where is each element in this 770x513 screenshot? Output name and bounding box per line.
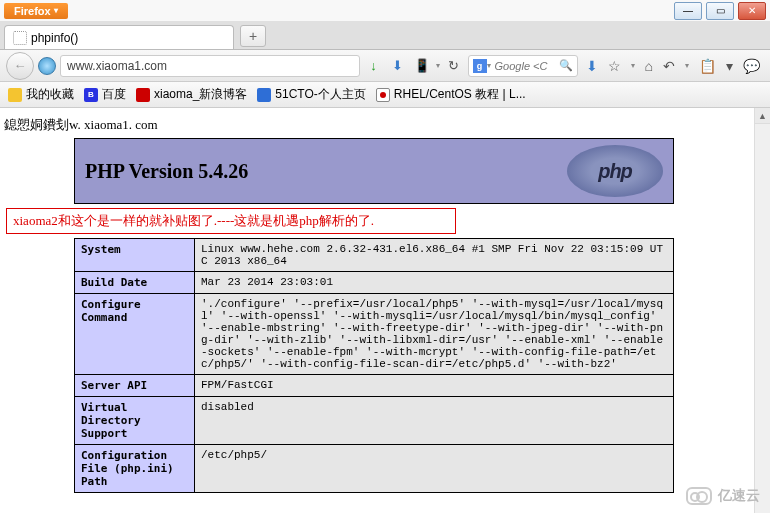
tab-bar: phpinfo() + [0, 22, 770, 50]
clipboard-button[interactable]: 📋 [699, 58, 716, 74]
page-content: 鎴愬姛鐨刬w. xiaoma1. com PHP Version 5.4.26 … [0, 108, 770, 513]
minimize-icon: — [683, 5, 693, 16]
cell-key: System [75, 239, 195, 272]
google-icon: g [473, 59, 487, 73]
php-version-title: PHP Version 5.4.26 [85, 160, 248, 183]
bookmark-label: xiaoma_新浪博客 [154, 86, 247, 103]
bookmark-baidu[interactable]: B百度 [84, 86, 126, 103]
php-version-header: PHP Version 5.4.26 php [74, 138, 674, 204]
url-input[interactable] [60, 55, 360, 77]
cell-value: Linux www.hehe.com 2.6.32-431.el6.x86_64… [195, 239, 674, 272]
search-icon[interactable]: 🔍 [559, 59, 573, 72]
new-tab-button[interactable]: + [240, 25, 266, 47]
bookmark-label: 我的收藏 [26, 86, 74, 103]
bookmark-rhel[interactable]: RHEL/CentOS 教程 | L... [376, 86, 526, 103]
php-logo-text: php [598, 160, 632, 183]
back-arrow-icon: ← [14, 58, 27, 73]
maximize-button[interactable]: ▭ [706, 2, 734, 20]
table-row: Server APIFPM/FastCGI [75, 375, 674, 397]
close-button[interactable]: ✕ [738, 2, 766, 20]
cell-value: /etc/php5/ [195, 445, 674, 493]
device-icon[interactable]: 📱 [412, 56, 432, 76]
home-button[interactable]: ⌂ [645, 58, 653, 74]
bookmark-label: 百度 [102, 86, 126, 103]
cell-value: './configure' '--prefix=/usr/local/php5'… [195, 294, 674, 375]
table-row: Build DateMar 23 2014 23:03:01 [75, 272, 674, 294]
firefox-menu-button[interactable]: Firefox ▾ [4, 3, 68, 19]
bookmark-label: 51CTO-个人主页 [275, 86, 365, 103]
bookmark-sina[interactable]: xiaoma_新浪博客 [136, 86, 247, 103]
folder-icon [8, 88, 22, 102]
watermark: 亿速云 [686, 487, 760, 505]
cell-value: FPM/FastCGI [195, 375, 674, 397]
rhel-icon [376, 88, 390, 102]
page-icon [13, 31, 27, 45]
security-icon[interactable]: ⬇ [388, 56, 408, 76]
cell-key: Configuration File (php.ini) Path [75, 445, 195, 493]
downloads-button[interactable]: ⬇ [586, 58, 598, 74]
tab-phpinfo[interactable]: phpinfo() [4, 25, 234, 49]
chat-button[interactable]: 💬 [743, 58, 760, 74]
bookmark-star-button[interactable]: ☆ [608, 58, 621, 74]
table-row: Configuration File (php.ini) Path/etc/ph… [75, 445, 674, 493]
chevron-down-icon[interactable]: ▾ [631, 61, 635, 70]
table-row: Virtual Directory Supportdisabled [75, 397, 674, 445]
bookmark-label: RHEL/CentOS 教程 | L... [394, 86, 526, 103]
close-icon: ✕ [748, 5, 756, 16]
bookmarks-bar: 我的收藏 B百度 xiaoma_新浪博客 51CTO-个人主页 RHEL/Cen… [0, 82, 770, 108]
scroll-up-arrow-icon[interactable]: ▲ [755, 108, 770, 124]
globe-icon [38, 57, 56, 75]
window-controls: — ▭ ✕ [674, 2, 770, 20]
back-button[interactable]: ← [6, 52, 34, 80]
chevron-down-icon[interactable]: ▾ [436, 61, 440, 70]
chevron-down-icon[interactable]: ▾ [685, 61, 689, 70]
search-field[interactable]: g ▾ 🔍 [468, 55, 578, 77]
maximize-icon: ▭ [716, 5, 725, 16]
watermark-text: 亿速云 [718, 487, 760, 505]
cell-key: Build Date [75, 272, 195, 294]
cell-key: Virtual Directory Support [75, 397, 195, 445]
table-row: Configure Command'./configure' '--prefix… [75, 294, 674, 375]
watermark-logo-icon [686, 487, 712, 505]
garbled-header-text: 鎴愬姛鐨刬w. xiaoma1. com [0, 108, 770, 138]
menu-caret-icon[interactable]: ▾ [726, 58, 733, 74]
annotation-box: xiaoma2和这个是一样的就补贴图了.----这就是机遇php解析的了. [6, 208, 456, 234]
plus-icon: + [249, 28, 257, 44]
bookmark-51cto[interactable]: 51CTO-个人主页 [257, 86, 365, 103]
phpinfo-table: SystemLinux www.hehe.com 2.6.32-431.el6.… [74, 238, 674, 493]
baidu-icon: B [84, 88, 98, 102]
cell-key: Configure Command [75, 294, 195, 375]
search-input[interactable] [491, 60, 559, 72]
cell-value: Mar 23 2014 23:03:01 [195, 272, 674, 294]
cell-key: Server API [75, 375, 195, 397]
tab-title: phpinfo() [31, 31, 78, 45]
table-row: SystemLinux www.hehe.com 2.6.32-431.el6.… [75, 239, 674, 272]
bookmark-fav[interactable]: 我的收藏 [8, 86, 74, 103]
browser-title-bar: Firefox ▾ — ▭ ✕ [0, 0, 770, 22]
firefox-label: Firefox [14, 5, 51, 17]
sina-icon [136, 88, 150, 102]
vertical-scrollbar[interactable]: ▲ [754, 108, 770, 513]
history-button[interactable]: ↶ [663, 58, 675, 74]
minimize-button[interactable]: — [674, 2, 702, 20]
nav-toolbar: ← ↓ ⬇ 📱 ▾ ↻ g ▾ 🔍 ⬇ ☆ ▾ ⌂ ↶ ▾ 📋 ▾ 💬 [0, 50, 770, 82]
nav-right-icons: ⬇ ☆ ▾ ⌂ ↶ ▾ 📋 ▾ 💬 [582, 58, 764, 74]
reload-button[interactable]: ↻ [444, 56, 464, 76]
php-logo-icon: php [567, 145, 663, 197]
chevron-down-icon: ▾ [54, 6, 58, 15]
download-green-icon[interactable]: ↓ [364, 56, 384, 76]
cell-value: disabled [195, 397, 674, 445]
51cto-icon [257, 88, 271, 102]
phpinfo-container: PHP Version 5.4.26 php xiaoma2和这个是一样的就补贴… [0, 138, 770, 493]
